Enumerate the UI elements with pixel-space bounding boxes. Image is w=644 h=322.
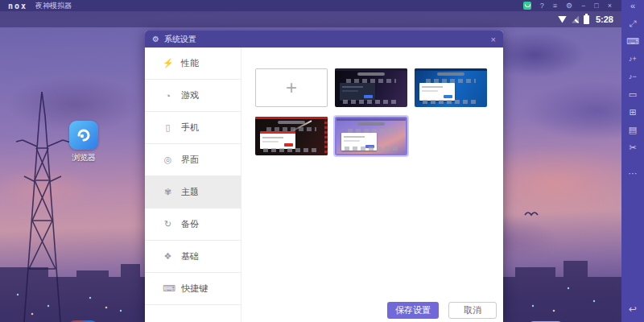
game-icon: ◔ [163,91,173,101]
dialog-title: 系统设置 [164,34,196,45]
dialog-body: ⚡ 性能 ◔ 游戏 ▯ 手机 ◎ 界面 ✾ 主题 [145,47,503,322]
save-settings-button[interactable]: 保存设置 [387,302,439,319]
tab-label: 手机 [181,122,199,134]
fullscreen-icon[interactable]: ⤢ [621,19,644,28]
theme-thumbnail-dark[interactable] [335,68,407,107]
back-icon[interactable]: ↩ [621,304,644,314]
tab-label: 界面 [181,154,199,166]
theme-icon: ✾ [163,187,173,197]
screenshot-cut-icon[interactable]: ✂ [621,142,644,152]
shared-folder-icon[interactable]: ▤ [621,125,644,134]
cancel-button[interactable]: 取消 [448,302,497,319]
settings-tab-performance[interactable]: ⚡ 性能 [145,47,241,80]
maximize-button[interactable]: □ [594,1,598,10]
title-bar: nox 夜神模拟器 ? ≡ ⚙ − □ × [0,0,644,11]
keyboard-icon[interactable]: ⌨ [621,36,644,46]
gear-icon[interactable]: ⚙ [566,1,572,10]
dialog-footer: 保存设置 取消 [387,302,497,319]
no-signal-icon [572,16,579,23]
settings-tab-theme[interactable]: ✾ 主题 [145,176,241,208]
settings-tab-interface[interactable]: ◎ 界面 [145,144,241,176]
basic-icon: ❖ [163,251,173,262]
theme-panel: + 保存设置 取消 [242,47,503,322]
menu-icon[interactable]: ≡ [553,1,557,10]
settings-tab-shortcuts[interactable]: ⌨ 快捷键 [145,273,241,305]
settings-tab-phone[interactable]: ▯ 手机 [145,112,241,144]
browser-app-label: 浏览器 [64,152,103,163]
volume-up-icon[interactable]: ♪+ [621,54,644,64]
theme-thumbnail-blue[interactable] [415,68,487,107]
help-icon[interactable]: ? [540,1,544,10]
backup-icon: ↻ [163,219,173,229]
phone-icon: ▯ [163,122,173,133]
dialog-close-icon[interactable]: × [491,35,496,44]
performance-icon: ⚡ [163,58,173,68]
tab-label: 主题 [181,186,199,198]
system-settings-dialog: ⚙ 系统设置 × ⚡ 性能 ◔ 游戏 ▯ 手机 ◎ 界面 [145,31,503,322]
title-bar-controls: ? ≡ ⚙ − □ × [523,1,612,10]
settings-tab-backup[interactable]: ↻ 备份 [145,208,241,241]
settings-tab-basic[interactable]: ❖ 基础 [145,241,241,273]
app-store-icon[interactable] [523,2,531,10]
tab-label: 快捷键 [181,283,208,295]
interface-icon: ◎ [163,155,173,165]
wifi-icon [558,16,567,23]
theme-thumbnail-purple-selected[interactable] [335,117,407,155]
status-time: 5:28 [596,14,613,24]
tab-label: 性能 [181,57,199,69]
bird-silhouette [525,213,538,215]
minimize-button[interactable]: − [581,1,585,10]
nox-logo: nox [8,2,27,10]
close-button[interactable]: × [608,1,612,10]
nox-emulator-window: nox 夜神模拟器 ? ≡ ⚙ − □ × [0,0,644,322]
collapse-toolbar-icon[interactable]: « [621,1,644,10]
settings-sidebar: ⚡ 性能 ◔ 游戏 ▯ 手机 ◎ 界面 ✾ 主题 [145,47,242,322]
shortcuts-icon: ⌨ [163,283,173,294]
browser-logo-icon [69,121,98,150]
battery-icon [584,15,589,24]
virtual-key-icon[interactable]: ▭ [621,89,644,99]
more-tools-icon[interactable]: ⋯ [621,168,644,178]
volume-down-icon[interactable]: ♪− [621,72,644,81]
tab-label: 基础 [181,250,199,262]
theme-thumbnail-red[interactable] [255,117,328,155]
android-status-bar: 5:28 [0,11,621,27]
settings-gear-icon: ⚙ [152,35,159,43]
browser-app-icon[interactable]: 浏览器 [64,121,103,163]
add-theme-icon: + [286,80,297,96]
window-title: 夜神模拟器 [35,1,72,11]
dialog-header: ⚙ 系统设置 × [145,31,503,47]
emulator-side-toolbar: « ⤢ ⌨ ♪+ ♪− ▭ ⊞ ▤ ✂ ⋯ ↩ [621,0,644,322]
tab-label: 游戏 [181,89,199,101]
tab-label: 备份 [181,218,199,230]
settings-tab-game[interactable]: ◔ 游戏 [145,80,241,112]
add-theme-tile[interactable]: + [255,68,328,107]
apk-install-icon[interactable]: ⊞ [621,107,644,117]
